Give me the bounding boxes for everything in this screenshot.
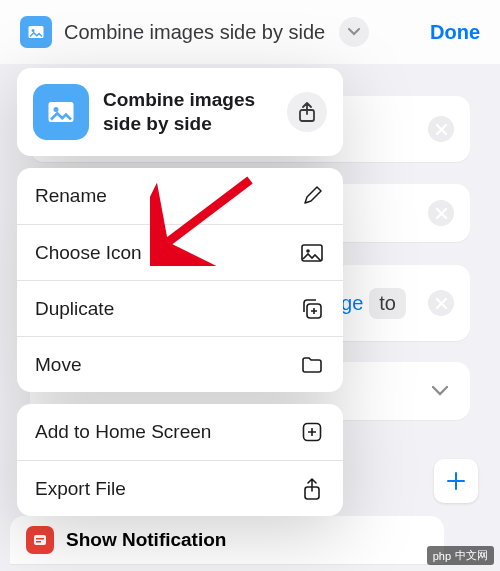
svg-point-1	[32, 29, 35, 32]
menu-choose-icon[interactable]: Choose Icon	[17, 224, 343, 280]
menu-label: Duplicate	[35, 298, 114, 320]
svg-rect-12	[36, 541, 41, 543]
image-icon	[46, 97, 76, 127]
done-button[interactable]: Done	[430, 21, 480, 44]
chevron-down-icon	[348, 28, 360, 36]
chevron-down-icon[interactable]	[432, 386, 448, 396]
share-icon	[298, 102, 316, 122]
svg-rect-10	[34, 535, 46, 545]
svg-point-3	[54, 107, 59, 112]
menu-rename[interactable]: Rename	[17, 168, 343, 224]
watermark: php 中文网	[427, 546, 494, 565]
image-icon	[299, 244, 325, 262]
close-icon[interactable]	[428, 116, 454, 142]
shortcut-icon[interactable]	[20, 16, 52, 48]
options-popover: Combine images side by side Rename Choos…	[17, 68, 343, 528]
menu-export[interactable]: Export File	[17, 460, 343, 516]
share-up-icon	[299, 478, 325, 500]
action-label: Show Notification	[66, 529, 226, 551]
plus-square-icon	[299, 422, 325, 442]
shortcut-icon-large	[33, 84, 89, 140]
plus-icon	[445, 470, 467, 492]
menu-add-home[interactable]: Add to Home Screen	[17, 404, 343, 460]
menu-label: Choose Icon	[35, 242, 142, 264]
notification-icon	[26, 526, 54, 554]
add-action-button[interactable]	[434, 459, 478, 503]
menu-label: Rename	[35, 185, 107, 207]
pencil-icon	[299, 186, 325, 206]
menu-move[interactable]: Move	[17, 336, 343, 392]
shortcut-title: Combine images side by side	[64, 21, 325, 44]
menu-group-1: Rename Choose Icon Duplicate Move	[17, 168, 343, 392]
share-button[interactable]	[287, 92, 327, 132]
svg-rect-11	[36, 538, 44, 540]
shortcut-toolbar: Combine images side by side Done	[0, 0, 500, 64]
menu-group-2: Add to Home Screen Export File	[17, 404, 343, 516]
options-chevron[interactable]	[339, 17, 369, 47]
menu-label: Move	[35, 354, 81, 376]
connector-to: to	[369, 288, 406, 319]
folder-icon	[299, 356, 325, 374]
duplicate-icon	[299, 298, 325, 320]
menu-label: Add to Home Screen	[35, 421, 211, 443]
popover-title: Combine images side by side	[103, 88, 273, 136]
close-icon[interactable]	[428, 200, 454, 226]
svg-point-6	[306, 249, 310, 253]
menu-label: Export File	[35, 478, 126, 500]
popover-header: Combine images side by side	[17, 68, 343, 156]
menu-duplicate[interactable]: Duplicate	[17, 280, 343, 336]
close-icon[interactable]	[428, 290, 454, 316]
watermark-text: 中文网	[455, 548, 488, 563]
php-logo-icon: php	[433, 550, 451, 562]
image-icon	[27, 23, 45, 41]
